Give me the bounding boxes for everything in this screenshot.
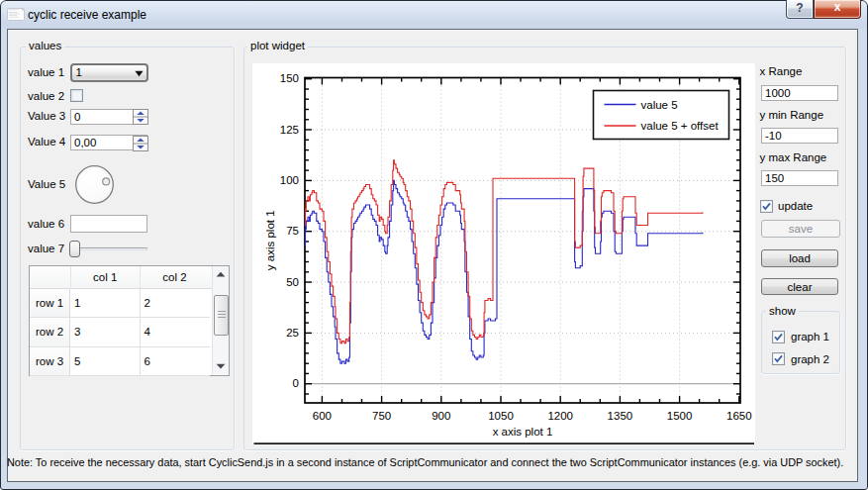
svg-text:750: 750 <box>372 409 391 421</box>
svg-text:150: 150 <box>279 72 298 84</box>
svg-text:1650: 1650 <box>726 409 752 421</box>
svg-text:value 5: value 5 <box>640 98 677 110</box>
svg-text:25: 25 <box>286 327 299 339</box>
svg-text:y axis plot 1: y axis plot 1 <box>263 210 275 270</box>
svg-text:1200: 1200 <box>547 409 573 421</box>
svg-text:900: 900 <box>432 409 450 421</box>
svg-text:1500: 1500 <box>666 409 692 421</box>
svg-text:100: 100 <box>279 174 298 186</box>
svg-text:value 5 + offset: value 5 + offset <box>640 120 719 132</box>
svg-text:600: 600 <box>312 409 331 421</box>
svg-text:x axis plot 1: x axis plot 1 <box>492 426 552 438</box>
svg-text:1350: 1350 <box>607 409 632 421</box>
svg-text:50: 50 <box>286 275 299 287</box>
svg-text:125: 125 <box>279 123 298 135</box>
svg-text:0: 0 <box>292 377 298 389</box>
svg-text:1050: 1050 <box>488 409 514 421</box>
svg-text:75: 75 <box>286 225 299 237</box>
